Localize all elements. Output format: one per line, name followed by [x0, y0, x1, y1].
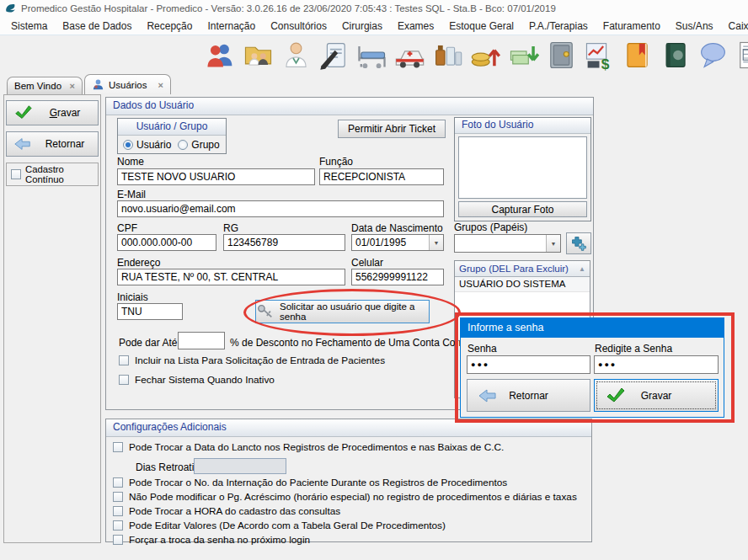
users-icon[interactable]: [205, 40, 236, 71]
cadastro-continuo-checkbox[interactable]: [11, 169, 21, 179]
menu-pa-terapias[interactable]: P.A./Terapias: [521, 18, 596, 35]
patient-folder-icon[interactable]: [243, 40, 274, 71]
doctor-icon[interactable]: [280, 40, 312, 71]
sort-asc-icon[interactable]: ▲: [579, 265, 585, 273]
menu-base-de-dados[interactable]: Base de Dados: [55, 18, 139, 35]
iniciais-input[interactable]: [117, 303, 183, 320]
ambulance-icon[interactable]: [394, 40, 425, 71]
permitir-abrir-ticket-button[interactable]: Permitir Abrir Ticket: [338, 120, 446, 138]
grupos-list-header[interactable]: Grupo (DEL Para Excluir) ▲: [455, 261, 590, 277]
report-icon[interactable]: [735, 40, 748, 71]
pode-trocar-internacao-label: Pode Trocar o No. da Internação do Pacie…: [129, 477, 507, 488]
manual-icon[interactable]: [660, 40, 691, 71]
nome-input[interactable]: [117, 168, 315, 185]
checkbox-icon[interactable]: [119, 375, 129, 385]
pode-trocar-data-checkbox-row[interactable]: Pode Trocar a Data do Lancto nos Registr…: [113, 441, 504, 453]
tipo-header: Usuário / Grupo: [118, 119, 226, 136]
dialog-retornar-button[interactable]: Retornar: [467, 379, 590, 412]
pharmacy-icon[interactable]: [432, 40, 463, 71]
menu-sus-ans[interactable]: Sus/Ans: [668, 18, 721, 35]
tab-bem-vindo[interactable]: Bem Vindo ×: [7, 77, 83, 94]
checkbox-icon[interactable]: [113, 506, 123, 516]
chevron-down-icon[interactable]: ▼: [429, 235, 443, 250]
celular-input[interactable]: [351, 269, 444, 285]
checkbox-icon[interactable]: [113, 492, 123, 502]
grupo-row[interactable]: USUÁRIO DO SISTEMA: [455, 277, 590, 292]
cpf-input[interactable]: [117, 234, 216, 251]
checkbox-icon[interactable]: [113, 477, 123, 488]
billing-icon[interactable]: $: [584, 40, 615, 71]
retornar-button[interactable]: Retornar: [6, 131, 99, 157]
pode-editar-valores-checkbox-row[interactable]: Pode Editar Valores (De Acordo com a Tab…: [113, 520, 446, 531]
endereco-label: Endereço: [117, 257, 160, 269]
chevron-down-icon[interactable]: ▼: [546, 235, 560, 252]
desconto-prefix-label: Pode dar Até:: [119, 337, 180, 349]
fechar-sistema-checkbox-row[interactable]: Fechar Sistema Quando Inativo: [119, 374, 275, 386]
menu-consultorios[interactable]: Consultórios: [263, 18, 334, 35]
checkbox-icon[interactable]: [113, 535, 123, 545]
foto-header: Foto do Usuário: [455, 118, 590, 134]
pode-trocar-data-label: Pode Trocar a Data do Lancto nos Registr…: [129, 441, 504, 453]
safe-icon[interactable]: [546, 40, 577, 71]
tab-close-icon[interactable]: ×: [70, 81, 75, 91]
menu-faturamento[interactable]: Faturamento: [596, 18, 668, 35]
dialog-gravar-button[interactable]: Gravar: [594, 379, 719, 412]
add-grupo-button[interactable]: [566, 232, 591, 254]
retornar-label: Retornar: [32, 138, 98, 150]
checkbox-icon[interactable]: [119, 355, 129, 365]
pode-trocar-hora-label: Pode Trocar a HORA do cadastro das consu…: [129, 505, 340, 517]
checkbox-icon[interactable]: [113, 520, 123, 531]
incluir-lista-checkbox-row[interactable]: Incluir na Lista Para Solicitação de Ent…: [119, 355, 385, 366]
check-icon: [13, 104, 32, 122]
email-input[interactable]: [117, 200, 444, 217]
prescription-icon[interactable]: [318, 40, 350, 71]
funcao-input[interactable]: [319, 168, 444, 185]
key-icon: [256, 302, 275, 321]
tab-usuarios-label: Usuários: [109, 80, 147, 90]
config-adicionais-header: Configurações Adicionais: [106, 419, 591, 437]
tab-usuarios[interactable]: Usuários ×: [84, 74, 171, 94]
desconto-input[interactable]: [178, 332, 225, 349]
dados-usuario-header: Dados do Usuário: [106, 98, 593, 115]
radio-usuario[interactable]: Usuário: [123, 139, 171, 151]
radio-grupo[interactable]: Grupo: [178, 139, 219, 151]
forcar-troca-senha-checkbox-row[interactable]: Forçar a troca da senha no próximo login: [113, 534, 310, 546]
hospital-bed-icon[interactable]: [356, 40, 387, 71]
funcao-label: Função: [319, 156, 353, 168]
nascimento-combo[interactable]: ▼: [351, 234, 444, 251]
capturar-foto-button[interactable]: Capturar Foto: [458, 201, 587, 217]
gravar-label: Gravar: [32, 107, 98, 119]
nascimento-label: Data de Nascimento: [351, 222, 443, 234]
phonebook-icon[interactable]: [622, 40, 653, 71]
pode-trocar-hora-checkbox-row[interactable]: Pode Trocar a HORA do cadastro das consu…: [113, 505, 340, 517]
chat-icon[interactable]: [697, 40, 729, 71]
menu-internacao[interactable]: Internação: [200, 18, 263, 35]
tab-close-icon[interactable]: ×: [158, 80, 163, 90]
gravar-button[interactable]: Gravar: [6, 100, 99, 125]
menu-sistema[interactable]: Sistema: [3, 18, 55, 35]
menubar: Sistema Base de Dados Recepção Internaçã…: [0, 17, 748, 35]
cash-in-icon[interactable]: [470, 40, 501, 71]
pode-trocar-internacao-checkbox-row[interactable]: Pode Trocar o No. da Internação do Pacie…: [113, 477, 507, 488]
endereco-input[interactable]: [117, 269, 345, 285]
rg-input[interactable]: [223, 234, 345, 251]
menu-cirurgias[interactable]: Cirurgias: [334, 18, 390, 35]
permitir-abrir-ticket-label: Permitir Abrir Ticket: [348, 123, 435, 135]
nao-pode-modificar-checkbox-row[interactable]: Não Pode modificar o Pg. Acréscimo (horá…: [113, 491, 577, 503]
menu-exames[interactable]: Exames: [390, 18, 441, 35]
desconto-suffix-label: % de Desconto no Fechamento de Uma Conta…: [230, 337, 482, 349]
grupos-combo-input[interactable]: [455, 235, 546, 252]
cash-out-icon[interactable]: [508, 40, 539, 71]
radio-unselected-icon: [178, 140, 188, 150]
capturar-foto-label: Capturar Foto: [491, 204, 553, 216]
plus-plus-icon: [570, 235, 587, 252]
senha-input[interactable]: [467, 355, 590, 374]
grupos-combo[interactable]: ▼: [454, 234, 561, 253]
menu-recepcao[interactable]: Recepção: [139, 18, 200, 35]
checkbox-icon[interactable]: [113, 442, 123, 452]
solicitar-senha-button[interactable]: Solicitar ao usuário que digite a senha: [255, 300, 430, 323]
menu-caixa[interactable]: Caixa: [721, 18, 748, 35]
nascimento-input[interactable]: [352, 235, 429, 250]
redigite-senha-input[interactable]: [594, 355, 719, 374]
menu-estoque-geral[interactable]: Estoque Geral: [441, 18, 521, 35]
